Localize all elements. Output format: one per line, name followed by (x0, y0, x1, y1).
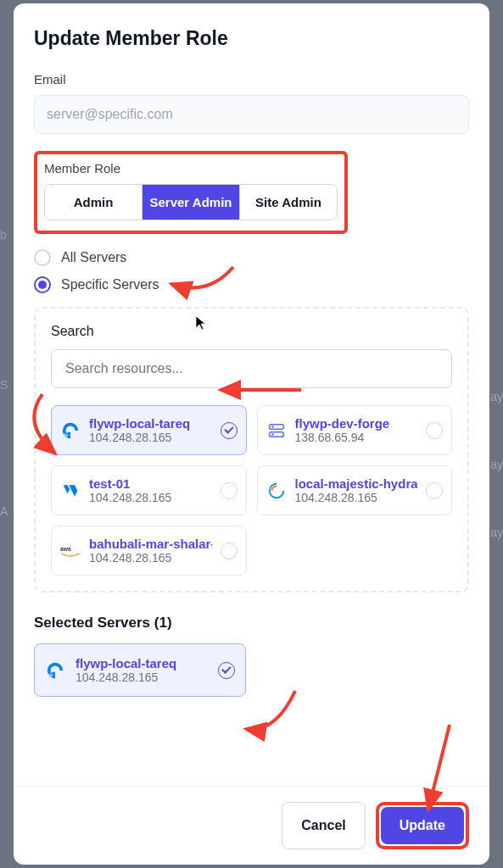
role-option-server-admin[interactable]: Server Admin (143, 185, 240, 220)
bg-text: ay (490, 526, 503, 539)
aws-icon: aws (60, 541, 81, 561)
digitalocean-icon (60, 420, 81, 441)
email-input[interactable] (34, 95, 469, 134)
server-name: bahubali-mar-shalar- (89, 537, 212, 551)
radio-all-servers[interactable]: All Servers (34, 249, 469, 266)
svg-point-2 (271, 426, 272, 426)
search-panel: Search flywp-local-tareq 104.248.28.165 (34, 307, 469, 593)
check-icon (221, 422, 238, 439)
member-role-section: Member Role Admin Server Admin Site Admi… (34, 151, 348, 234)
server-ip: 104.248.28.165 (89, 431, 212, 444)
server-grid: flywp-local-tareq 104.248.28.165 flywp-d… (51, 405, 452, 576)
server-card-flywp-local-tareq[interactable]: flywp-local-tareq 104.248.28.165 (51, 405, 247, 455)
bg-text: ay (490, 390, 503, 403)
annotation-highlight: Update (376, 802, 469, 849)
server-scope-radio-group: All Servers Specific Servers (34, 249, 469, 293)
role-option-admin[interactable]: Admin (45, 185, 143, 220)
check-icon (221, 482, 238, 499)
modal-body: Update Member Role Email Member Role Adm… (14, 3, 489, 786)
server-name: test-01 (89, 476, 212, 491)
server-ip: 104.248.28.165 (89, 551, 212, 565)
server-name: flywp-local-tareq (89, 416, 212, 431)
server-ip: 104.248.28.165 (75, 670, 208, 684)
check-icon (426, 422, 443, 439)
role-option-site-admin[interactable]: Site Admin (240, 185, 337, 220)
server-card-local-majestic-hydra[interactable]: local-majestic-hydra 104.248.28.165 (257, 465, 453, 515)
radio-label: All Servers (61, 250, 126, 265)
role-segmented-control: Admin Server Admin Site Admin (44, 184, 338, 220)
update-button[interactable]: Update (381, 807, 464, 844)
server-name: flywp-local-tareq (75, 656, 208, 670)
cancel-button[interactable]: Cancel (282, 802, 365, 849)
radio-icon (34, 276, 51, 293)
selected-servers-heading: Selected Servers (1) (34, 615, 469, 632)
server-ip: 104.248.28.165 (89, 491, 212, 504)
server-card-flywp-dev-forge[interactable]: flywp-dev-forge 138.68.65.94 (257, 405, 453, 455)
modal-title: Update Member Role (34, 27, 469, 50)
email-field-group: Email (34, 72, 469, 134)
server-stack-icon (266, 420, 287, 441)
svg-text:aws: aws (60, 546, 71, 552)
update-member-role-modal: Update Member Role Email Member Role Adm… (14, 3, 489, 865)
server-card-test-01[interactable]: test-01 104.248.28.165 (51, 465, 247, 515)
email-label: Email (34, 72, 469, 86)
svg-point-3 (271, 434, 272, 435)
vultr-icon (60, 481, 81, 501)
radio-icon (34, 249, 51, 266)
selected-servers-section: Selected Servers (1) flywp-local-tareq 1… (34, 615, 469, 697)
bg-text: b (0, 228, 7, 242)
check-icon (426, 482, 443, 499)
radio-specific-servers[interactable]: Specific Servers (34, 276, 469, 293)
member-role-label: Member Role (44, 161, 338, 175)
selected-server-card[interactable]: flywp-local-tareq 104.248.28.165 (34, 643, 246, 697)
check-icon (221, 542, 238, 559)
server-card-bahubali-mar-shalar[interactable]: aws bahubali-mar-shalar- 104.248.28.165 (51, 526, 247, 576)
bg-text: A (0, 504, 8, 518)
akamai-icon (266, 481, 287, 501)
server-ip: 104.248.28.165 (295, 491, 418, 504)
server-name: flywp-dev-forge (295, 416, 418, 431)
digitalocean-icon (45, 660, 65, 681)
bg-text: S (0, 378, 8, 392)
search-label: Search (51, 324, 452, 339)
search-input[interactable] (51, 349, 452, 388)
bg-text: ay (490, 458, 503, 471)
modal-footer: Cancel Update (14, 786, 489, 865)
server-name: local-majestic-hydra (295, 476, 418, 491)
radio-label: Specific Servers (61, 277, 159, 292)
server-ip: 138.68.65.94 (295, 431, 418, 444)
check-icon (218, 662, 235, 679)
